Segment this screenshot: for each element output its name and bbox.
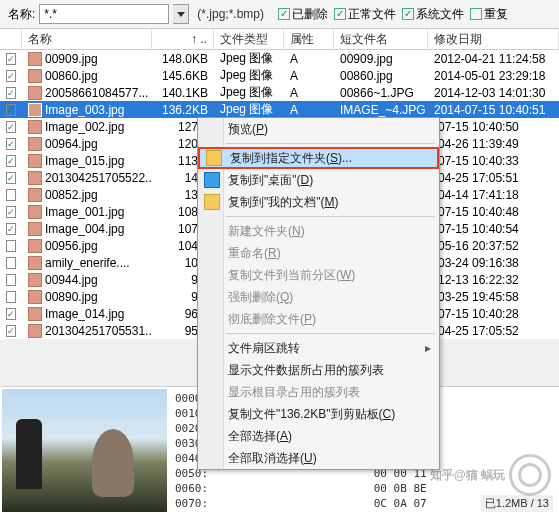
col-checkbox[interactable]	[0, 29, 22, 49]
file-date: -07-15 10:40:28	[428, 307, 559, 321]
menu-label: 显示根目录占用的簇列表	[228, 384, 360, 401]
row-checkbox[interactable]	[6, 325, 16, 337]
file-name: 00860.jpg	[45, 69, 98, 83]
file-icon	[28, 205, 42, 219]
file-date: -03-25 19:45:58	[428, 290, 559, 304]
menu-item[interactable]: 复制文件"136.2KB"到剪贴板(C)	[198, 403, 439, 425]
file-name: 00852.jpg	[45, 188, 98, 202]
checkbox-icon	[278, 8, 290, 20]
file-date: -04-26 11:39:49	[428, 137, 559, 151]
menu-item[interactable]: 显示文件数据所占用的簇列表	[198, 359, 439, 381]
file-icon	[28, 103, 42, 117]
file-type: Jpeg 图像	[214, 50, 284, 67]
file-name: 00956.jpg	[45, 239, 98, 253]
row-checkbox[interactable]	[6, 87, 16, 99]
menu-separator	[226, 143, 435, 144]
file-type: Jpeg 图像	[214, 101, 284, 118]
menu-separator	[226, 333, 435, 334]
menu-item[interactable]: 复制到指定文件夹(S)...	[198, 147, 439, 169]
row-checkbox[interactable]	[6, 155, 16, 167]
file-name: amily_enerife....	[45, 256, 130, 270]
filter-check-3[interactable]: 重复	[470, 6, 508, 23]
col-name[interactable]: 名称	[22, 29, 152, 49]
file-icon	[28, 273, 42, 287]
file-date: -04-14 17:41:18	[428, 188, 559, 202]
file-icon	[28, 222, 42, 236]
file-size: 145.6KB	[152, 69, 214, 83]
file-attr: A	[284, 86, 334, 100]
menu-item[interactable]: 复制到"桌面"(D)	[198, 169, 439, 191]
col-attr[interactable]: 属性	[284, 29, 334, 49]
folder-icon	[206, 150, 222, 166]
file-date: -04-25 17:05:52	[428, 324, 559, 338]
file-attr: A	[284, 103, 334, 117]
filter-check-2[interactable]: 系统文件	[402, 6, 464, 23]
file-date: -07-15 10:40:50	[428, 120, 559, 134]
col-date[interactable]: 修改日期	[428, 29, 559, 49]
file-date: 2014-05-01 23:29:18	[428, 69, 559, 83]
file-name: Image_002.jpg	[45, 120, 124, 134]
table-row[interactable]: 00909.jpg 148.0KB Jpeg 图像 A 00909.jpg 20…	[0, 50, 559, 67]
file-icon	[28, 154, 42, 168]
file-shortname: IMAGE_~4.JPG	[334, 103, 428, 117]
menu-label: 新建文件夹(N)	[228, 223, 305, 240]
menu-label: 复制文件"136.2KB"到剪贴板(C)	[228, 406, 395, 423]
menu-item: 强制删除(Q)	[198, 286, 439, 308]
row-checkbox[interactable]	[6, 121, 16, 133]
row-checkbox[interactable]	[6, 138, 16, 150]
table-row[interactable]: 20058661084577... 140.1KB Jpeg 图像 A 0086…	[0, 84, 559, 101]
check-label: 已删除	[292, 6, 328, 23]
file-name: Image_001.jpg	[45, 205, 124, 219]
row-checkbox[interactable]	[6, 223, 16, 235]
check-label: 系统文件	[416, 6, 464, 23]
file-date: -07-15 10:40:48	[428, 205, 559, 219]
row-checkbox[interactable]	[6, 104, 16, 116]
menu-item[interactable]: 复制到"我的文档"(M)	[198, 191, 439, 213]
file-name: Image_003.jpg	[45, 103, 124, 117]
col-type[interactable]: 文件类型	[214, 29, 284, 49]
col-shortname[interactable]: 短文件名	[334, 29, 428, 49]
filter-check-1[interactable]: 正常文件	[334, 6, 396, 23]
menu-item: 重命名(R)	[198, 242, 439, 264]
file-name: 00944.jpg	[45, 273, 98, 287]
file-size: 148.0KB	[152, 52, 214, 66]
table-row[interactable]: 00860.jpg 145.6KB Jpeg 图像 A 00860.jpg 20…	[0, 67, 559, 84]
row-checkbox[interactable]	[6, 291, 16, 303]
file-icon	[28, 188, 42, 202]
context-menu[interactable]: 预览(P)复制到指定文件夹(S)...复制到"桌面"(D)复制到"我的文档"(M…	[197, 117, 440, 470]
file-type: Jpeg 图像	[214, 67, 284, 84]
row-checkbox[interactable]	[6, 240, 16, 252]
row-checkbox[interactable]	[6, 308, 16, 320]
check-label: 重复	[484, 6, 508, 23]
row-checkbox[interactable]	[6, 206, 16, 218]
col-size[interactable]: ↑ ..	[152, 29, 214, 49]
menu-item[interactable]: 全部取消选择(U)	[198, 447, 439, 469]
menu-item[interactable]: 全部选择(A)	[198, 425, 439, 447]
filter-check-0[interactable]: 已删除	[278, 6, 328, 23]
row-checkbox[interactable]	[6, 274, 16, 286]
row-checkbox[interactable]	[6, 172, 16, 184]
checkbox-icon	[470, 8, 482, 20]
name-filter-input[interactable]	[39, 4, 169, 24]
file-icon	[28, 307, 42, 321]
menu-label: 复制文件到当前分区(W)	[228, 267, 355, 284]
file-size: 136.2KB	[152, 103, 214, 117]
file-shortname: 00866~1.JPG	[334, 86, 428, 100]
menu-item[interactable]: 预览(P)	[198, 118, 439, 140]
table-row[interactable]: Image_003.jpg 136.2KB Jpeg 图像 A IMAGE_~4…	[0, 101, 559, 118]
row-checkbox[interactable]	[6, 53, 16, 65]
file-date: -12-13 16:22:32	[428, 273, 559, 287]
file-icon	[28, 86, 42, 100]
file-date: -03-24 09:16:38	[428, 256, 559, 270]
file-name: 201304251705522...	[45, 171, 152, 185]
checkbox-icon	[334, 8, 346, 20]
row-checkbox[interactable]	[6, 257, 16, 269]
menu-item[interactable]: 文件扇区跳转	[198, 337, 439, 359]
row-checkbox[interactable]	[6, 70, 16, 82]
row-checkbox[interactable]	[6, 189, 16, 201]
file-name: Image_015.jpg	[45, 154, 124, 168]
file-name: Image_004.jpg	[45, 222, 124, 236]
filter-dropdown-button[interactable]	[173, 4, 189, 24]
file-icon	[28, 171, 42, 185]
file-icon	[28, 290, 42, 304]
